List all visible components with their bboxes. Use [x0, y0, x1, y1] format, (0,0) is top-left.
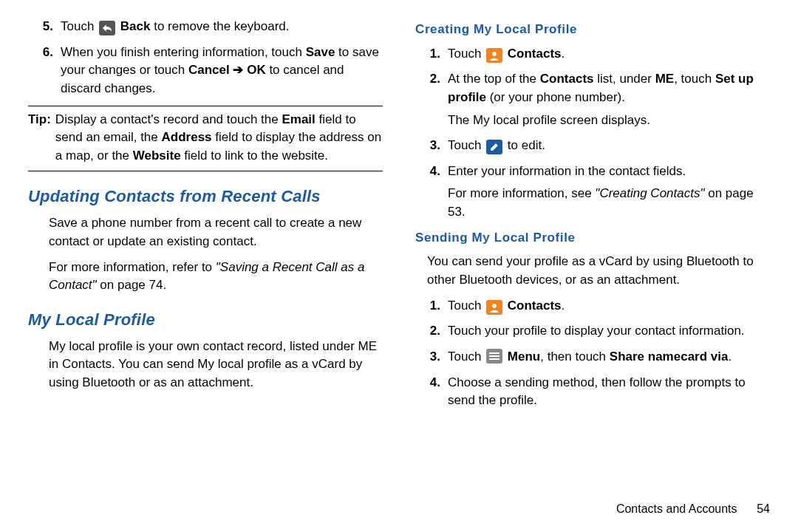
text: When you finish entering information, to… — [61, 45, 306, 59]
svg-point-0 — [492, 52, 497, 56]
footer-section: Contacts and Accounts — [616, 502, 737, 515]
svg-point-1 — [492, 304, 497, 308]
text: Touch — [448, 299, 485, 313]
send-step-1: 1. Touch Contacts. — [415, 297, 770, 316]
paragraph: My local profile is your own contact rec… — [49, 338, 383, 392]
manual-page: 5. Touch Back to remove the keyboard. 6.… — [0, 0, 798, 532]
step-number: 1. — [415, 297, 448, 316]
paragraph: Save a phone number from a recent call t… — [49, 214, 383, 250]
contacts-label: Contacts — [508, 47, 562, 61]
text: Touch — [448, 138, 485, 152]
create-step-2: 2. At the top of the Contacts list, unde… — [415, 70, 770, 129]
contacts-icon — [486, 300, 502, 315]
text: to edit. — [508, 138, 545, 152]
create-step-4: 4. Enter your information in the contact… — [415, 163, 770, 222]
step-body: Touch Contacts. — [448, 297, 770, 316]
create-step-3: 3. Touch to edit. — [415, 137, 770, 155]
step-body: Touch to edit. — [448, 137, 770, 155]
step-number: 2. — [415, 70, 448, 129]
steps-5-6: 5. Touch Back to remove the keyboard. 6.… — [28, 18, 383, 98]
contacts-label: Contacts — [508, 299, 562, 313]
text: . — [562, 299, 565, 313]
text: Touch — [448, 349, 485, 364]
tip-body: Display a contact's record and touch the… — [55, 111, 383, 166]
step-number: 6. — [28, 44, 61, 98]
text: Enter your information in the contact fi… — [448, 164, 686, 178]
step-body: When you finish entering information, to… — [61, 44, 383, 98]
send-steps: 1. Touch Contacts. 2. Touch your profile… — [415, 297, 770, 410]
send-step-4: 4. Choose a sending method, then follow … — [415, 374, 770, 410]
page-number: 54 — [740, 500, 770, 517]
right-column: Creating My Local Profile 1. Touch Conta… — [399, 18, 770, 525]
arrow-icon: ➔ — [230, 63, 247, 77]
step-5: 5. Touch Back to remove the keyboard. — [28, 18, 383, 36]
website-label: Website — [133, 149, 181, 163]
create-step-1: 1. Touch Contacts. — [415, 45, 770, 64]
text: Touch — [448, 47, 485, 61]
left-column: 5. Touch Back to remove the keyboard. 6.… — [28, 18, 399, 525]
step-number: 4. — [415, 374, 448, 410]
create-steps: 1. Touch Contacts. 2. At the top of the … — [415, 45, 770, 222]
text: list, under — [594, 72, 655, 86]
back-icon — [99, 21, 115, 35]
divider — [28, 106, 383, 106]
text: Display a contact's record and touch the — [55, 112, 282, 126]
text: . — [562, 47, 565, 61]
send-step-2: 2. Touch your profile to display your co… — [415, 322, 770, 341]
step-body: Touch Contacts. — [448, 45, 770, 64]
text: , then touch — [540, 349, 610, 364]
heading-my-local-profile: My Local Profile — [28, 308, 383, 332]
edit-icon — [486, 140, 502, 154]
sub-paragraph: For more information, see "Creating Cont… — [448, 185, 770, 221]
back-label: Back — [120, 19, 151, 33]
text: to remove the keyboard. — [154, 19, 289, 33]
text: At the top of the — [448, 72, 540, 86]
text: Touch — [61, 19, 98, 33]
step-number: 5. — [28, 18, 61, 36]
address-label: Address — [162, 130, 212, 144]
sub-paragraph: The My local profile screen displays. — [448, 112, 770, 130]
menu-icon — [486, 349, 502, 364]
contacts-label: Contacts — [540, 72, 594, 86]
step-6: 6. When you finish entering information,… — [28, 44, 383, 98]
heading-creating-profile: Creating My Local Profile — [415, 21, 770, 39]
tip-label: Tip: — [28, 111, 55, 166]
step-number: 1. — [415, 45, 448, 64]
paragraph: For more information, refer to "Saving a… — [49, 259, 383, 295]
me-label: ME — [655, 72, 675, 86]
step-body: Touch Back to remove the keyboard. — [61, 18, 383, 36]
step-body: Touch Menu, then touch Share namecard vi… — [448, 348, 770, 366]
step-body: At the top of the Contacts list, under M… — [448, 70, 770, 129]
ok-label: OK — [247, 63, 266, 77]
reference-link: "Creating Contacts" — [595, 186, 704, 200]
heading-sending-profile: Sending My Local Profile — [415, 229, 770, 248]
paragraph: You can send your profile as a vCard by … — [427, 253, 770, 289]
save-label: Save — [306, 45, 335, 59]
heading-updating-contacts: Updating Contacts from Recent Calls — [28, 185, 383, 208]
step-body: Touch your profile to display your conta… — [448, 322, 770, 341]
text: , touch — [674, 72, 715, 86]
send-step-3: 3. Touch Menu, then touch Share namecard… — [415, 348, 770, 366]
step-body: Enter your information in the contact fi… — [448, 163, 770, 222]
text: (or your phone number). — [486, 90, 625, 104]
divider — [28, 171, 383, 171]
text: . — [728, 349, 732, 364]
email-label: Email — [282, 112, 315, 126]
share-namecard-label: Share namecard via — [610, 349, 729, 364]
contacts-icon — [486, 48, 502, 63]
step-number: 4. — [415, 163, 448, 222]
cancel-label: Cancel — [188, 63, 230, 77]
text: field to link to the website. — [181, 149, 328, 163]
text: on page 74. — [97, 278, 167, 292]
tip-block: Tip: Display a contact's record and touc… — [28, 111, 383, 166]
step-number: 2. — [415, 322, 448, 341]
menu-label: Menu — [508, 349, 540, 364]
step-number: 3. — [415, 348, 448, 366]
page-footer: Contacts and Accounts 54 — [616, 500, 770, 517]
step-number: 3. — [415, 137, 448, 155]
text: For more information, refer to — [49, 260, 216, 274]
text: For more information, see — [448, 186, 595, 200]
step-body: Choose a sending method, then follow the… — [448, 374, 770, 410]
